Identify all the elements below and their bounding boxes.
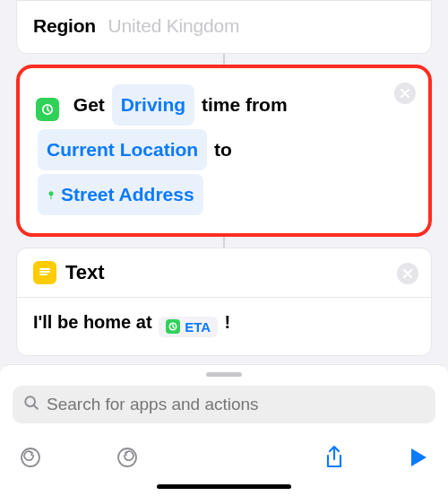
text-time-from: time from [202, 94, 288, 115]
text-get: Get [73, 94, 105, 115]
home-indicator[interactable] [157, 484, 291, 489]
destination-chip[interactable]: Street Address [38, 174, 203, 215]
text-action[interactable]: Text I'll be home at ETA ! [16, 248, 432, 356]
text-action-body[interactable]: I'll be home at ETA ! [17, 298, 431, 355]
text-before: I'll be home at [33, 312, 152, 332]
destination-label: Street Address [61, 184, 194, 204]
region-value: United Kingdom [108, 15, 240, 36]
bottom-sheet [0, 364, 448, 496]
connector [223, 54, 225, 65]
text-action-header: Text [17, 248, 431, 298]
clock-icon [36, 98, 59, 121]
search-bar[interactable] [13, 386, 435, 423]
clock-icon [166, 319, 180, 334]
pin-icon [47, 191, 56, 200]
eta-label: ETA [185, 319, 211, 335]
redo-button[interactable] [116, 447, 138, 468]
travel-time-action[interactable]: Get Driving time from Current Location t… [16, 65, 432, 237]
region-row[interactable]: Region United Kingdom [33, 15, 415, 37]
share-button[interactable] [324, 445, 344, 470]
region-label: Region [33, 15, 96, 36]
text-after: ! [225, 312, 231, 332]
close-icon[interactable] [394, 83, 416, 104]
origin-chip[interactable]: Current Location [38, 129, 207, 170]
undo-button[interactable] [20, 447, 41, 468]
text-action-title: Text [65, 261, 105, 284]
connector [223, 237, 225, 248]
eta-variable-chip[interactable]: ETA [159, 317, 218, 337]
text-to: to [214, 139, 232, 160]
svg-rect-2 [51, 195, 52, 199]
search-icon [23, 395, 39, 414]
close-icon[interactable] [397, 263, 418, 284]
play-button[interactable] [409, 447, 428, 468]
toolbar [0, 432, 448, 479]
search-input[interactable] [47, 395, 425, 414]
text-icon [33, 261, 56, 284]
grabber-handle[interactable] [206, 372, 242, 377]
region-card: Region United Kingdom [16, 0, 432, 54]
mode-chip[interactable]: Driving [112, 84, 194, 126]
